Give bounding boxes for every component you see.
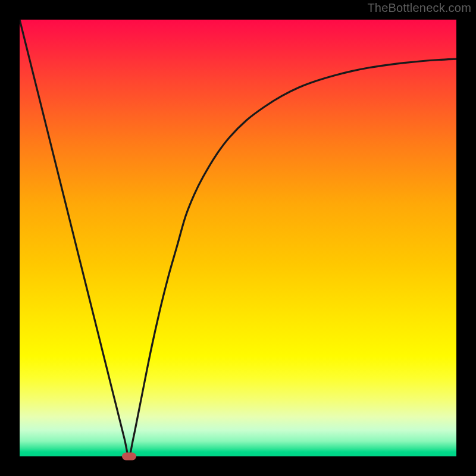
optimum-marker-icon	[122, 453, 136, 461]
chart-frame: TheBottleneck.com	[0, 0, 476, 476]
watermark-label: TheBottleneck.com	[367, 1, 471, 15]
chart-background-gradient	[20, 20, 456, 456]
